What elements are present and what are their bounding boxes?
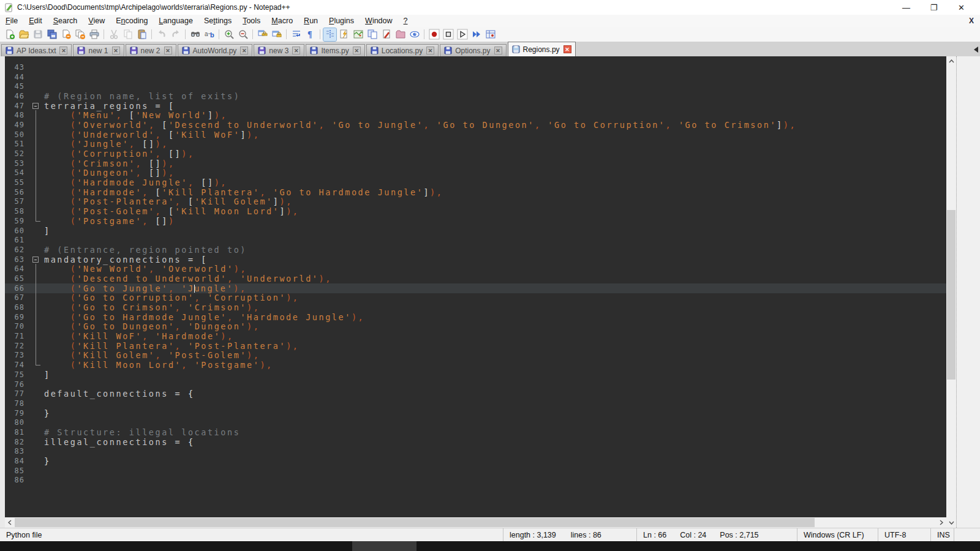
menu-edit[interactable]: Edit bbox=[23, 15, 48, 26]
code-line-76[interactable]: 76 bbox=[5, 380, 946, 389]
code-line-61[interactable]: 61 bbox=[5, 235, 946, 245]
tab-ap-ideas-txt[interactable]: AP Ideas.txt✕ bbox=[1, 44, 72, 56]
save-icon[interactable] bbox=[31, 28, 44, 41]
code-line-69[interactable]: 69 ('Go to Hardmode Jungle', 'Hardmode J… bbox=[5, 312, 946, 322]
code-editor[interactable]: 43444546# (Region name, list of exits)47… bbox=[5, 56, 946, 517]
code-line-83[interactable]: 83 bbox=[5, 447, 946, 457]
macro-stop-icon[interactable] bbox=[442, 28, 454, 41]
document-switcher-icon[interactable] bbox=[366, 28, 379, 41]
tab-close-icon[interactable]: ✕ bbox=[426, 47, 434, 54]
code-line-78[interactable]: 78 bbox=[5, 399, 946, 408]
code-line-47[interactable]: 47terraria_regions = [ bbox=[5, 101, 946, 111]
close-button[interactable]: ✕ bbox=[948, 0, 975, 15]
code-line-58[interactable]: 58 ('Post-Golem', ['Kill Moon Lord']), bbox=[5, 206, 946, 216]
menu-plugins[interactable]: Plugins bbox=[323, 15, 360, 26]
code-line-72[interactable]: 72 ('Kill Plantera', 'Post-Plantera'), bbox=[5, 341, 946, 351]
cut-icon[interactable] bbox=[107, 28, 120, 41]
code-line-85[interactable]: 85 bbox=[5, 466, 946, 476]
tab-close-icon[interactable]: ✕ bbox=[292, 47, 300, 54]
tab-regions-py[interactable]: Regions.py✕ bbox=[508, 42, 576, 56]
macro-save-icon[interactable] bbox=[484, 28, 497, 41]
code-line-62[interactable]: 62# (Entrance, region pointed to) bbox=[5, 245, 946, 255]
horizontal-scrollbar-thumb[interactable] bbox=[15, 518, 815, 527]
fold-open-marker[interactable] bbox=[31, 101, 42, 111]
tab-close-icon[interactable]: ✕ bbox=[564, 45, 571, 53]
close-file-icon[interactable] bbox=[59, 28, 72, 41]
open-file-icon[interactable] bbox=[17, 28, 30, 41]
menu-language[interactable]: Language bbox=[153, 15, 198, 26]
code-line-81[interactable]: 81# Structure: illegal locations bbox=[5, 427, 946, 437]
find-icon[interactable] bbox=[189, 28, 202, 41]
zoom-in-icon[interactable] bbox=[222, 28, 235, 41]
folder-as-workspace-icon[interactable] bbox=[394, 28, 407, 41]
code-line-77[interactable]: 77default_connections = { bbox=[5, 389, 946, 399]
run-script-icon[interactable] bbox=[380, 28, 393, 41]
scroll-down-icon[interactable] bbox=[946, 518, 956, 528]
code-line-48[interactable]: 48 ('Menu', ['New World']), bbox=[5, 110, 946, 120]
paste-icon[interactable] bbox=[135, 28, 148, 41]
status-insert-mode[interactable]: INS bbox=[931, 528, 954, 541]
tab-close-icon[interactable]: ✕ bbox=[240, 47, 248, 54]
menu-file[interactable]: File bbox=[0, 15, 23, 26]
fold-open-marker[interactable] bbox=[31, 255, 42, 264]
code-line-56[interactable]: 56 ('Hardmode', ['Kill Plantera', 'Go to… bbox=[5, 187, 946, 197]
show-all-characters-icon[interactable]: ¶ bbox=[304, 28, 317, 41]
code-line-84[interactable]: 84} bbox=[5, 456, 946, 466]
code-line-49[interactable]: 49 ('Overworld', ['Descend to Underworld… bbox=[5, 120, 946, 130]
menu-settings[interactable]: Settings bbox=[198, 15, 237, 26]
word-wrap-icon[interactable] bbox=[290, 28, 303, 41]
code-line-55[interactable]: 55 ('Hardmode Jungle', []), bbox=[5, 178, 946, 187]
code-line-73[interactable]: 73 ('Kill Golem', 'Post-Golem'), bbox=[5, 351, 946, 361]
tab-close-icon[interactable]: ✕ bbox=[112, 47, 120, 54]
tab-autoworld-py[interactable]: AutoWorld.py✕ bbox=[178, 44, 253, 56]
function-completion-icon[interactable] bbox=[337, 28, 350, 41]
minimize-button[interactable]: — bbox=[892, 0, 920, 15]
document-map-icon[interactable] bbox=[352, 28, 364, 41]
tab-items-py[interactable]: Items.py✕ bbox=[306, 44, 364, 56]
code-line-44[interactable]: 44 bbox=[5, 72, 946, 82]
code-line-54[interactable]: 54 ('Dungeon', []), bbox=[5, 168, 946, 178]
replace-icon[interactable]: ab bbox=[203, 28, 216, 41]
macro-play-icon[interactable] bbox=[456, 28, 469, 41]
code-line-66[interactable]: 66 ('Go to Jungle', 'Jungle'), bbox=[5, 283, 946, 293]
horizontal-scrollbar[interactable] bbox=[5, 517, 946, 528]
code-line-74[interactable]: 74 ('Kill Moon Lord', 'Postgame'), bbox=[5, 360, 946, 370]
tab-new-3[interactable]: new 3✕ bbox=[254, 44, 304, 56]
menu-search[interactable]: Search bbox=[48, 15, 83, 26]
status-eol-format[interactable]: Windows (CR LF) bbox=[797, 528, 878, 541]
zoom-out-icon[interactable] bbox=[236, 28, 249, 41]
code-line-52[interactable]: 52 ('Corruption', []), bbox=[5, 149, 946, 159]
code-line-71[interactable]: 71 ('Kill WoF', 'Hardmode'), bbox=[5, 331, 946, 341]
save-all-icon[interactable] bbox=[45, 28, 58, 41]
tab-options-py[interactable]: Options.py✕ bbox=[440, 44, 506, 56]
indent-guide-icon[interactable] bbox=[323, 28, 336, 41]
tab-close-icon[interactable]: ✕ bbox=[59, 47, 67, 54]
code-line-64[interactable]: 64 ('New World', 'Overworld'), bbox=[5, 264, 946, 274]
new-file-icon[interactable] bbox=[3, 28, 16, 41]
tab-list-arrow-icon[interactable] bbox=[974, 47, 978, 53]
menu-window[interactable]: Window bbox=[360, 15, 398, 26]
code-line-60[interactable]: 60] bbox=[5, 226, 946, 236]
code-line-51[interactable]: 51 ('Jungle', []), bbox=[5, 140, 946, 149]
print-icon[interactable] bbox=[88, 28, 100, 41]
tab-new-2[interactable]: new 2✕ bbox=[126, 44, 176, 56]
code-line-46[interactable]: 46# (Region name, list of exits) bbox=[5, 91, 946, 101]
scroll-up-icon[interactable] bbox=[946, 56, 956, 66]
code-line-45[interactable]: 45 bbox=[5, 81, 946, 91]
sync-scroll-horizontal-icon[interactable] bbox=[270, 28, 283, 41]
code-line-63[interactable]: 63mandatory_connections = [ bbox=[5, 255, 946, 264]
menu-?[interactable]: ? bbox=[398, 15, 413, 26]
code-line-79[interactable]: 79} bbox=[5, 408, 946, 418]
copy-icon[interactable] bbox=[121, 28, 134, 41]
code-line-43[interactable]: 43 bbox=[5, 62, 946, 72]
redo-icon[interactable] bbox=[169, 28, 182, 41]
code-line-82[interactable]: 82illegal_connections = { bbox=[5, 437, 946, 447]
tab-new-1[interactable]: new 1✕ bbox=[73, 44, 124, 56]
menu-macro[interactable]: Macro bbox=[266, 15, 298, 26]
menu-view[interactable]: View bbox=[83, 15, 110, 26]
scroll-right-icon[interactable] bbox=[937, 517, 946, 528]
tab-close-icon[interactable]: ✕ bbox=[494, 47, 502, 54]
tab-close-icon[interactable]: ✕ bbox=[353, 47, 361, 54]
code-line-80[interactable]: 80 bbox=[5, 418, 946, 427]
code-line-67[interactable]: 67 ('Go to Corruption', 'Corruption'), bbox=[5, 293, 946, 303]
